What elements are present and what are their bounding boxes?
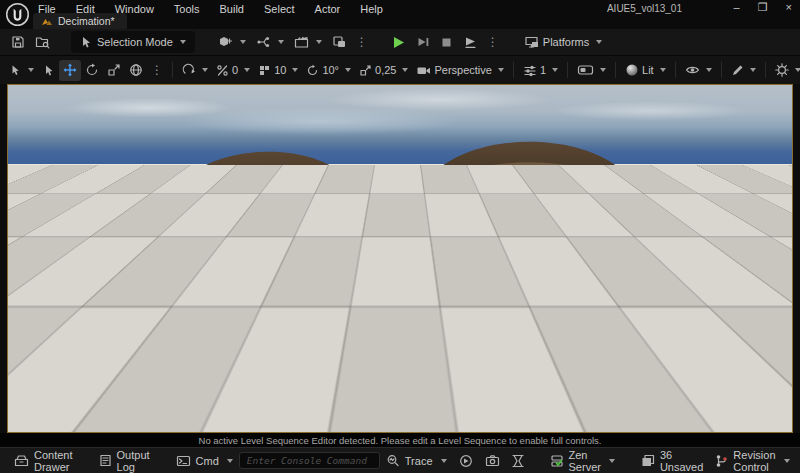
output-log-button[interactable]: Output Log [93,451,156,471]
menu-actor[interactable]: Actor [315,3,341,15]
cinematics-dropdown[interactable] [289,31,327,53]
level-tab[interactable]: Decimation* [33,13,127,29]
translate-gizmo[interactable] [505,245,617,311]
play-options-menu[interactable]: ⋮ [483,35,503,49]
stop-button[interactable] [435,31,458,53]
camera-speed-dropdown[interactable]: 1 [519,60,562,81]
viewport-edit-dropdown[interactable] [727,60,760,81]
surface-snap-value: 0 [232,64,238,76]
chevron-down-icon [706,68,712,72]
rotate-tool-button[interactable] [81,60,103,81]
zen-server-dropdown[interactable]: Zen Server [544,451,621,471]
save-icon [11,35,25,49]
angle-snap-icon [216,64,229,77]
chair-actor-left[interactable] [146,135,391,425]
folder-search-icon [35,35,50,49]
pen-icon [731,64,744,77]
world-local-toggle[interactable] [125,60,147,81]
zen-server-label: Zen Server [569,449,601,473]
scale-snap-icon [359,64,372,77]
camera-speed-icon [523,64,537,77]
frame-skip-button[interactable] [411,31,435,53]
scale-snap-dropdown[interactable]: 0,25 [355,60,412,81]
chevron-down-icon [180,40,186,44]
grid-snap-dropdown[interactable]: 10 [254,60,302,81]
revision-control-dropdown[interactable]: Revision Control [709,451,795,471]
cinematics-clapperboard-icon [294,35,309,49]
gizmo-z-axis[interactable] [551,267,554,302]
add-actor-icon [218,35,233,49]
rotation-snap-dropdown[interactable]: 10° [302,60,355,81]
content-drawer-button[interactable]: Content Drawer [8,451,79,471]
blueprints-dropdown[interactable] [251,31,289,53]
cmd-dropdown[interactable]: Cmd [170,451,239,471]
trace-dropdown[interactable]: Trace [380,451,453,471]
gizmo-origin[interactable] [549,300,554,305]
viewport-settings-dropdown[interactable] [771,60,800,81]
level-icon [41,15,53,27]
eject-detach-button[interactable] [458,31,483,53]
quick-settings-icon [332,35,347,49]
insights-snapshot-button[interactable] [453,451,479,471]
play-icon [391,35,406,50]
gizmo-x-arrowhead [525,287,536,295]
viewport-tools-overflow[interactable]: ⋮ [147,63,167,77]
viewport-canvas[interactable] [7,84,793,433]
toolbar-overflow-menu[interactable]: ⋮ [352,35,372,49]
gear-icon [775,63,789,77]
minimize-button[interactable]: – [734,1,740,14]
window-controls: – ❐ × [734,1,792,14]
browse-content-button[interactable] [30,31,55,53]
content-drawer-icon [14,454,29,467]
pending-tasks-indicator[interactable] [506,451,530,471]
cmd-label: Cmd [196,455,219,467]
gizmo-y-axis[interactable] [551,302,601,305]
status-bar: Content Drawer Output Log Cmd Trace [0,447,800,473]
transform-cursor-icon [9,64,22,77]
move-tool-button[interactable] [59,60,81,81]
hourglass-icon [512,454,524,468]
select-arrow-icon [42,64,55,77]
output-log-icon [99,454,112,467]
play-button[interactable] [386,31,411,53]
globe-icon [129,63,143,77]
scale-snap-value: 0,25 [375,64,396,76]
selection-mode-icon [80,36,93,49]
snapshot-icon [459,454,473,468]
screen-percentage-dropdown[interactable] [573,60,610,81]
console-command-input[interactable] [239,452,380,469]
menu-build[interactable]: Build [220,3,244,15]
mouse-cursor [644,314,656,332]
unreal-engine-logo-icon[interactable] [5,2,30,27]
surface-snap-icon [182,63,196,77]
transform-tools-dropdown[interactable] [5,60,38,81]
save-button[interactable] [6,31,30,53]
level-tab-label: Decimation* [58,15,115,27]
maximize-button[interactable]: ❐ [758,1,768,14]
perspective-dropdown[interactable]: Perspective [412,60,507,81]
platforms-label: Platforms [543,36,589,48]
chevron-down-icon [292,68,298,72]
close-button[interactable]: × [786,1,792,14]
scale-tool-button[interactable] [103,60,125,81]
actor-snap-dropdown[interactable]: 0 [212,60,254,81]
separator [567,62,568,78]
selection-mode-dropdown[interactable]: Selection Mode [71,31,195,53]
screenshot-button[interactable] [479,451,506,471]
menu-help[interactable]: Help [360,3,383,15]
show-flags-dropdown[interactable] [681,60,716,81]
menu-select[interactable]: Select [264,3,295,15]
view-mode-dropdown[interactable]: Lit [621,60,670,81]
add-actor-dropdown[interactable] [213,31,251,53]
surface-snapping-dropdown[interactable] [178,60,212,81]
scale-tool-icon [107,63,121,77]
menu-tools[interactable]: Tools [174,3,200,15]
grid-snap-icon [258,64,271,77]
perspective-label: Perspective [434,64,491,76]
select-tool-button[interactable] [38,60,59,81]
unsaved-changes-button[interactable]: 36 Unsaved [635,451,709,471]
camera-icon [416,64,431,77]
separator [721,62,722,78]
platforms-dropdown[interactable]: Platforms [519,31,607,53]
quick-settings-button[interactable] [327,31,352,53]
